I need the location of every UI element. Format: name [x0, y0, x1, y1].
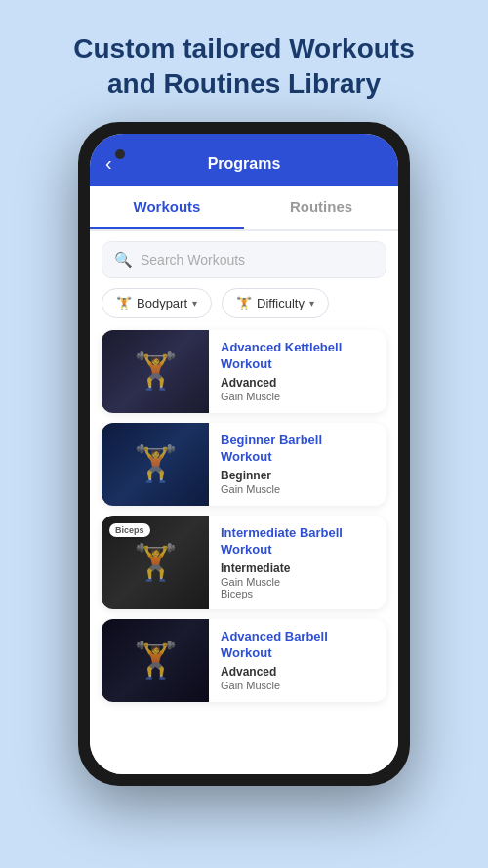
workout-goal: Gain Muscle — [221, 680, 375, 691]
tag-badge-biceps: Biceps — [109, 523, 150, 537]
bodypart-filter[interactable]: 🏋 Bodypart ▾ — [102, 288, 212, 318]
workout-name: Advanced Barbell Workout — [221, 629, 375, 662]
workout-level: Advanced — [221, 376, 375, 390]
workout-silhouette: 🏋 — [134, 351, 178, 392]
bodypart-icon: 🏋 — [116, 296, 132, 310]
workout-goal: Gain Muscle — [221, 391, 375, 402]
workout-silhouette: 🏋 — [134, 640, 178, 681]
workout-silhouette: 🏋 — [134, 443, 178, 484]
workout-list: 🏋 Advanced Kettlebell Workout Advanced G… — [102, 330, 386, 702]
workout-info: Advanced Kettlebell Workout Advanced Gai… — [209, 330, 386, 413]
workout-name: Beginner Barbell Workout — [221, 433, 375, 466]
workout-level: Advanced — [221, 665, 375, 679]
tabs-bar: Workouts Routines — [90, 186, 398, 231]
workout-image-barbell-advanced: 🏋 — [102, 619, 209, 702]
workout-card[interactable]: 🏋 Beginner Barbell Workout Beginner Gain… — [102, 423, 386, 506]
tab-routines[interactable]: Routines — [244, 186, 398, 229]
content-area: 🔍 Search Workouts 🏋 Bodypart ▾ 🏋 Difficu… — [90, 231, 398, 774]
workout-silhouette: 🏋 — [134, 542, 178, 583]
workout-goal: Gain Muscle — [221, 483, 375, 495]
search-bar[interactable]: 🔍 Search Workouts — [102, 241, 386, 278]
status-bar — [105, 147, 383, 155]
workout-card[interactable]: 🏋 Biceps Intermediate Barbell Workout In… — [102, 516, 386, 609]
page-title: Programs — [208, 155, 281, 173]
search-icon: 🔍 — [114, 251, 133, 269]
workout-name: Advanced Kettlebell Workout — [221, 340, 375, 373]
workout-image-barbell-intermediate: 🏋 Biceps — [102, 516, 209, 609]
difficulty-filter[interactable]: 🏋 Difficulty ▾ — [222, 288, 329, 318]
workout-level: Intermediate — [221, 561, 375, 575]
workout-image-barbell-beginner: 🏋 — [102, 423, 209, 506]
workout-name: Intermediate Barbell Workout — [221, 525, 375, 558]
workout-info: Intermediate Barbell Workout Intermediat… — [209, 516, 386, 609]
bodypart-label: Bodypart — [137, 296, 187, 310]
workout-goal: Gain Muscle — [221, 576, 375, 588]
difficulty-icon: 🏋 — [236, 296, 252, 310]
back-button[interactable]: ‹ — [105, 152, 112, 175]
bodypart-chevron: ▾ — [192, 298, 197, 309]
difficulty-chevron: ▾ — [309, 298, 314, 309]
workout-level: Beginner — [221, 469, 375, 482]
headline: Custom tailored Workouts and Routines Li… — [34, 0, 454, 122]
phone-header: ‹ Programs — [90, 134, 398, 186]
headline-text: Custom tailored Workouts and Routines Li… — [73, 31, 415, 103]
workout-card[interactable]: 🏋 Advanced Barbell Workout Advanced Gain… — [102, 619, 386, 702]
workout-card[interactable]: 🏋 Advanced Kettlebell Workout Advanced G… — [102, 330, 386, 413]
filters-row: 🏋 Bodypart ▾ 🏋 Difficulty ▾ — [102, 288, 386, 318]
workout-category: Biceps — [221, 588, 375, 599]
difficulty-label: Difficulty — [257, 296, 305, 310]
search-placeholder: Search Workouts — [141, 252, 245, 268]
workout-info: Beginner Barbell Workout Beginner Gain M… — [209, 423, 386, 506]
workout-info: Advanced Barbell Workout Advanced Gain M… — [209, 619, 386, 702]
phone-mockup: ‹ Programs Workouts Routines 🔍 Search Wo… — [78, 122, 410, 786]
tab-workouts[interactable]: Workouts — [90, 186, 244, 229]
phone-screen: ‹ Programs Workouts Routines 🔍 Search Wo… — [90, 134, 398, 774]
camera-dot — [115, 149, 125, 159]
header-row: ‹ Programs — [105, 155, 383, 186]
workout-image-kettlebell: 🏋 — [102, 330, 209, 413]
